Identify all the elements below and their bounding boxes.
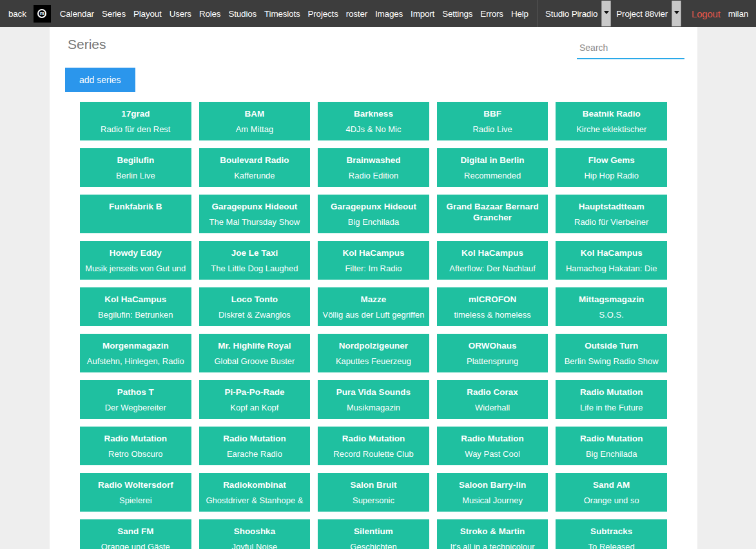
series-card[interactable]: Kol HaCampusFilter: Im Radio bbox=[318, 241, 429, 280]
series-title: Kol HaCampus bbox=[557, 247, 666, 258]
series-subtitle: Record Roulette Club bbox=[319, 448, 428, 459]
series-card[interactable]: Funkfabrik B bbox=[80, 195, 191, 233]
series-card[interactable]: Radio MutationRecord Roulette Club bbox=[318, 427, 429, 465]
series-card[interactable]: Garagepunx HideoutBig Enchilada bbox=[318, 195, 429, 233]
series-card[interactable]: BegilufinBerlin Live bbox=[80, 148, 191, 187]
series-card[interactable]: Mr. Highlife RoyalGlobal Groove Buster bbox=[199, 334, 311, 372]
chevron-down-icon[interactable] bbox=[601, 1, 611, 26]
series-card[interactable]: MazzeVöllig aus der Luft gegriffen bbox=[318, 287, 429, 326]
nav-item-calendar[interactable]: Calendar bbox=[56, 9, 98, 19]
series-card[interactable]: Radio MutationRetro Obscuro bbox=[80, 427, 191, 465]
nav-item-images[interactable]: Images bbox=[371, 9, 407, 19]
nav-session-area: Studio Piradio Project 88vier Logout mil… bbox=[533, 0, 756, 27]
series-card[interactable]: Pura Vida SoundsMusikmagazin bbox=[318, 380, 429, 419]
series-card[interactable]: Pi-Pa-Po-RadeKopf an Kopf bbox=[199, 380, 311, 419]
series-subtitle: Kirche eklektischer bbox=[557, 124, 666, 135]
series-card[interactable]: BAMAm Mittag bbox=[199, 102, 311, 140]
series-card[interactable]: Kol HaCampusBegilufin: Betrunken bbox=[80, 287, 191, 326]
series-card[interactable]: Barkness4DJs & No Mic bbox=[318, 102, 429, 140]
series-title: Saloon Barry-lin bbox=[438, 479, 547, 490]
series-subtitle: Der Wegbereiter bbox=[81, 402, 190, 413]
series-subtitle: Hamachog Hakatan: Die bbox=[557, 263, 666, 274]
series-card[interactable]: Loco TontoDiskret & Zwanglos bbox=[199, 287, 311, 326]
series-card[interactable]: Flow GemsHip Hop Radio bbox=[556, 148, 667, 187]
nav-item-playout[interactable]: Playout bbox=[130, 9, 166, 19]
series-title: Shooshka bbox=[200, 526, 309, 537]
series-title: Brainwashed bbox=[319, 155, 428, 166]
series-card[interactable]: Kol HaCampusAfterflow: Der Nachlauf bbox=[437, 241, 548, 280]
nav-item-series[interactable]: Series bbox=[98, 9, 130, 19]
series-title: Digital in Berlin bbox=[438, 155, 547, 166]
app-logo[interactable]: m bbox=[34, 5, 51, 23]
studio-select[interactable]: Studio Piradio bbox=[545, 0, 611, 27]
nav-item-roles[interactable]: Roles bbox=[195, 9, 225, 19]
series-card[interactable]: Grand Bazaar Bernard Grancher bbox=[437, 195, 548, 233]
series-subtitle: Supersonic bbox=[319, 495, 428, 506]
series-subtitle: Diskret & Zwanglos bbox=[200, 309, 309, 320]
series-title: Joe Le Taxi bbox=[200, 247, 309, 258]
series-subtitle: Joyful Noise bbox=[200, 541, 309, 549]
series-card[interactable]: Pathos TDer Wegbereiter bbox=[80, 380, 191, 419]
series-card[interactable]: Sand FMOrange und Gäste bbox=[80, 519, 191, 549]
series-subtitle: Widerhall bbox=[438, 402, 547, 413]
series-subtitle: Life in the Future bbox=[557, 402, 666, 413]
series-card[interactable]: SilentiumGeschichten bbox=[318, 519, 429, 549]
series-subtitle: Afterflow: Der Nachlauf bbox=[438, 263, 547, 274]
series-card[interactable]: Radio MutationWay Past Cool bbox=[437, 427, 548, 465]
search-input[interactable] bbox=[577, 39, 684, 59]
series-card[interactable]: BrainwashedRadio Edition bbox=[318, 148, 429, 187]
series-card[interactable]: NordpolzigeunerKaputtes Feuerzeug bbox=[318, 334, 429, 372]
content-container: Series add series 17gradRadio für den Re… bbox=[50, 27, 697, 549]
nav-item-studios[interactable]: Studios bbox=[224, 9, 260, 19]
series-card[interactable]: HauptstadtteamRadio für Vierbeiner bbox=[556, 195, 667, 233]
series-card[interactable]: MorgenmagazinAufstehn, Hinlegen, Radio bbox=[80, 334, 191, 372]
series-card[interactable]: Radio CoraxWiderhall bbox=[437, 380, 548, 419]
logout-button[interactable]: Logout bbox=[692, 8, 721, 19]
series-card[interactable]: Joe Le TaxiThe Little Dog Laughed bbox=[199, 241, 311, 280]
series-subtitle: 4DJs & No Mic bbox=[319, 124, 428, 135]
series-card[interactable]: Kol HaCampusHamachog Hakatan: Die bbox=[556, 241, 667, 280]
series-card[interactable]: Beatnik RadioKirche eklektischer bbox=[556, 102, 667, 140]
series-subtitle: Musik jenseits von Gut und bbox=[81, 263, 190, 274]
series-card[interactable]: Digital in BerlinRecommended bbox=[437, 148, 548, 187]
series-card[interactable]: ORWOhausPlattensprung bbox=[437, 334, 548, 372]
nav-item-help[interactable]: Help bbox=[507, 9, 532, 19]
series-card[interactable]: Radio MutationEarache Radio bbox=[199, 427, 311, 465]
add-series-button[interactable]: add series bbox=[65, 68, 135, 92]
series-subtitle: Big Enchilada bbox=[557, 448, 666, 459]
series-card[interactable]: Stroko & MartinIt's all in a technicolou… bbox=[437, 519, 548, 549]
back-button[interactable]: back bbox=[5, 9, 30, 19]
series-title: Silentium bbox=[319, 526, 428, 537]
series-card[interactable]: Radio MutationBig Enchilada bbox=[556, 427, 667, 465]
series-card[interactable]: Boulevard RadioKafferunde bbox=[199, 148, 311, 187]
project-select[interactable]: Project 88vier bbox=[616, 0, 681, 27]
series-card[interactable]: mICROFONtimeless & homeless bbox=[437, 287, 548, 326]
nav-item-errors[interactable]: Errors bbox=[476, 9, 507, 19]
chevron-down-icon[interactable] bbox=[672, 1, 681, 26]
series-card[interactable]: RadiokombinatGhostdriver & Stanhope & bbox=[199, 473, 311, 512]
series-card[interactable]: SubtracksTo Released bbox=[556, 519, 667, 549]
series-title: Radio Corax bbox=[438, 387, 547, 398]
nav-item-projects[interactable]: Projects bbox=[304, 9, 342, 19]
series-card[interactable]: Radio WoltersdorfSpielerei bbox=[80, 473, 191, 512]
nav-item-users[interactable]: Users bbox=[166, 9, 195, 19]
series-card[interactable]: Salon BruitSupersonic bbox=[318, 473, 429, 512]
series-title: Kol HaCampus bbox=[81, 294, 190, 305]
nav-item-timeslots[interactable]: Timeslots bbox=[260, 9, 304, 19]
series-card[interactable]: Outside TurnBerlin Swing Radio Show bbox=[556, 334, 667, 372]
nav-divider bbox=[537, 0, 538, 27]
series-card[interactable]: Garagepunx HideoutThe Mal Thursday Show bbox=[199, 195, 311, 233]
series-card[interactable]: Saloon Barry-linMusical Journey bbox=[437, 473, 548, 512]
series-card[interactable]: Sand AMOrange und so bbox=[556, 473, 667, 512]
top-navbar: back m CalendarSeriesPlayoutUsersRolesSt… bbox=[0, 0, 756, 27]
series-card[interactable]: 17gradRadio für den Rest bbox=[80, 102, 191, 140]
nav-item-settings[interactable]: Settings bbox=[438, 9, 476, 19]
series-card[interactable]: Howdy EddyMusik jenseits von Gut und bbox=[80, 241, 191, 280]
series-card[interactable]: ShooshkaJoyful Noise bbox=[199, 519, 311, 549]
series-card[interactable]: BBFRadio Live bbox=[437, 102, 548, 140]
series-card[interactable]: Radio MutationLife in the Future bbox=[556, 380, 667, 419]
nav-item-import[interactable]: Import bbox=[407, 9, 438, 19]
nav-item-roster[interactable]: roster bbox=[342, 9, 371, 19]
series-title: BAM bbox=[200, 108, 309, 119]
series-card[interactable]: MittagsmagazinS.O.S. bbox=[556, 287, 667, 326]
